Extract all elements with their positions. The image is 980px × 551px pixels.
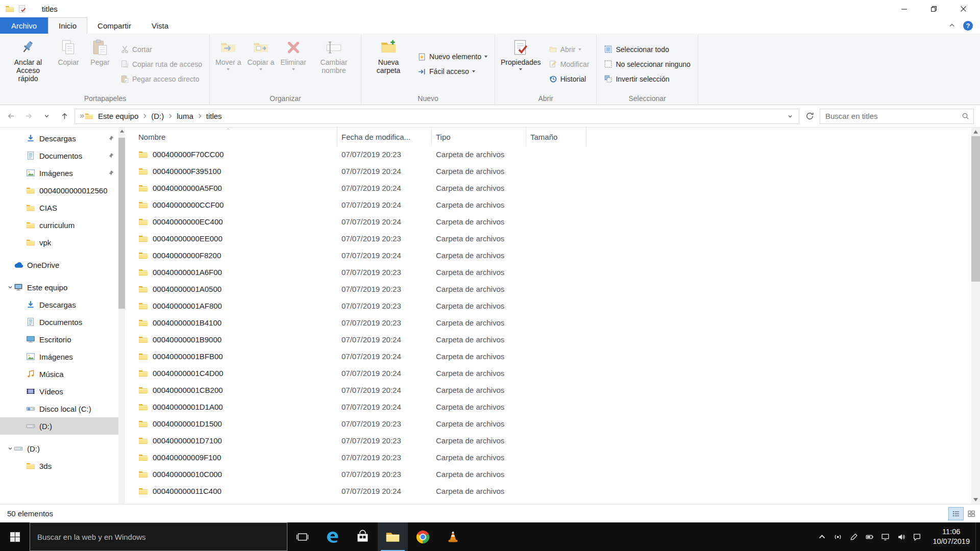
file-row[interactable]: 000400000009F10007/07/2019 20:23Carpeta … — [125, 449, 971, 466]
ribbon-button-propiedades[interactable]: Propiedades — [498, 36, 544, 92]
ribbon-button-pegar-acceso-directo[interactable]: Pegar acceso directo — [118, 73, 204, 85]
ribbon-button-nueva-carpeta[interactable]: Nueva carpeta — [364, 36, 413, 92]
minimize-button[interactable] — [891, 0, 921, 17]
file-row[interactable]: 00040000001C4D0007/07/2019 20:24Carpeta … — [125, 365, 971, 382]
main-scrollbar-thumb[interactable] — [971, 136, 980, 282]
breadcrumb-item-luma[interactable]: luma — [172, 109, 198, 123]
refresh-button[interactable] — [802, 109, 817, 124]
file-row[interactable]: 00040000001CB20007/07/2019 20:24Carpeta … — [125, 382, 971, 398]
sidebar-item-musica[interactable]: Música — [0, 365, 118, 383]
show-desktop-button[interactable] — [975, 522, 980, 551]
breadcrumb-item-d[interactable]: (D:) — [146, 109, 168, 123]
sidebar-item-cias[interactable]: CIAS — [0, 199, 118, 216]
file-row[interactable]: 00040000000A5F0007/07/2019 20:24Carpeta … — [125, 180, 971, 196]
file-row[interactable]: 00040000001BFB0007/07/2019 20:24Carpeta … — [125, 348, 971, 365]
file-row[interactable]: 000400000F70CC0007/07/2019 20:23Carpeta … — [125, 146, 971, 163]
breadcrumb-item-este-equipo[interactable]: Este equipo — [93, 109, 143, 123]
taskbar-vlc-button[interactable] — [438, 522, 468, 551]
ribbon-collapse-icon[interactable] — [949, 22, 955, 29]
ribbon-button-eliminar[interactable]: Eliminar — [277, 36, 309, 92]
taskbar-clock[interactable]: 11:06 10/07/2019 — [927, 522, 975, 551]
help-icon[interactable]: ? — [963, 21, 973, 31]
sidebar-item-videos[interactable]: Vídeos — [0, 383, 118, 400]
sidebar-item-d[interactable]: (D:) — [0, 417, 118, 435]
column-header-fecha-de-modifica[interactable]: Fecha de modifica... — [337, 128, 432, 146]
file-row[interactable]: 00040000000EC40007/07/2019 20:24Carpeta … — [125, 213, 971, 230]
ribbon-button-abrir[interactable]: Abrir — [547, 43, 592, 56]
back-button[interactable] — [3, 109, 18, 124]
sidebar-item-descargas[interactable]: Descargas — [0, 296, 118, 313]
taskbar-chrome-button[interactable] — [408, 522, 438, 551]
file-row[interactable]: 00040000001B900007/07/2019 20:24Carpeta … — [125, 331, 971, 348]
taskbar-store-button[interactable] — [348, 522, 378, 551]
file-row[interactable]: 00040000001D1A0007/07/2019 20:24Carpeta … — [125, 398, 971, 415]
ribbon-button-pegar[interactable]: Pegar — [84, 36, 116, 92]
up-button[interactable] — [57, 109, 72, 124]
sidebar-item-escritorio[interactable]: Escritorio — [0, 331, 118, 348]
sidebar-item-3ds[interactable]: 3ds — [0, 457, 118, 474]
recent-locations-button[interactable] — [39, 109, 54, 124]
column-header-tamano[interactable]: Tamaño — [526, 128, 586, 146]
ribbon-button-copiar-ruta-de-acceso[interactable]: Copiar ruta de acceso — [118, 58, 204, 70]
sidebar-item-imagenes[interactable]: Imágenes — [0, 348, 118, 365]
restore-button[interactable] — [921, 0, 950, 17]
sidebar-item-0004000000012560[interactable]: 0004000000012560 — [0, 182, 118, 199]
file-row[interactable]: 00040000001D150007/07/2019 20:23Carpeta … — [125, 415, 971, 432]
file-row[interactable]: 00040000001A6F0007/07/2019 20:23Carpeta … — [125, 264, 971, 281]
sidebar-item-descargas[interactable]: Descargas — [0, 130, 118, 147]
sidebar-item-d[interactable]: (D:) — [0, 440, 118, 457]
sidebar-scroll-up-icon[interactable] — [118, 128, 125, 135]
ribbon-button-cambiar-nombre[interactable]: Cambiar nombre — [309, 36, 358, 92]
sidebar-scrollbar-thumb[interactable] — [118, 138, 125, 309]
tab-archivo[interactable]: Archivo — [0, 17, 48, 34]
file-row[interactable]: 000400000010C00007/07/2019 20:23Carpeta … — [125, 466, 971, 483]
chevron-down-icon[interactable] — [6, 446, 14, 451]
taskbar-edge-button[interactable] — [317, 522, 348, 551]
file-row[interactable]: 00040000001D710007/07/2019 20:23Carpeta … — [125, 432, 971, 449]
taskbar-explorer-button[interactable] — [378, 522, 408, 551]
column-header-tipo[interactable]: Tipo — [432, 128, 526, 146]
address-dropdown-icon[interactable] — [783, 114, 797, 119]
sidebar-item-curriculum[interactable]: curriculum — [0, 216, 118, 234]
file-row[interactable]: 000400000F39510007/07/2019 20:24Carpeta … — [125, 163, 971, 180]
file-row[interactable]: 00040000000EE00007/07/2019 20:23Carpeta … — [125, 230, 971, 247]
sidebar-item-disco-local-c[interactable]: Disco local (C:) — [0, 400, 118, 417]
ribbon-button-historial[interactable]: Historial — [547, 73, 592, 85]
file-row[interactable]: 00040000001A050007/07/2019 20:23Carpeta … — [125, 281, 971, 297]
breadcrumb-separator-icon[interactable] — [198, 109, 202, 123]
ribbon-button-no-seleccionar-ninguno[interactable]: No seleccionar ninguno — [602, 58, 692, 70]
ribbon-button-copiar-a[interactable]: Copiar a — [244, 36, 278, 92]
ribbon-button-cortar[interactable]: Cortar — [118, 43, 204, 56]
sidebar-scrollbar[interactable] — [118, 128, 125, 504]
scroll-up-button[interactable] — [973, 128, 978, 136]
main-scrollbar[interactable] — [971, 128, 980, 504]
tray-display-button[interactable] — [877, 522, 893, 551]
file-row[interactable]: 00040000001B410007/07/2019 20:23Carpeta … — [125, 314, 971, 331]
tab-inicio[interactable]: Inicio — [48, 17, 87, 34]
ribbon-button-mover-a[interactable]: Mover a — [212, 36, 244, 92]
sidebar-item-este-equipo[interactable]: Este equipo — [0, 279, 118, 296]
tray-action-center-button[interactable] — [909, 522, 925, 551]
file-row[interactable]: 000400000011C40007/07/2019 20:24Carpeta … — [125, 483, 971, 499]
file-row[interactable]: 00040000000F820007/07/2019 20:24Carpeta … — [125, 247, 971, 264]
chevron-down-icon[interactable] — [6, 285, 14, 290]
ribbon-button-seleccionar-todo[interactable]: Seleccionar todo — [602, 43, 692, 56]
search-input[interactable]: Buscar en titles — [820, 109, 974, 124]
breadcrumb-separator-icon[interactable] — [168, 109, 172, 123]
ribbon-button-anclar-al-acceso-rapido[interactable]: Anclar al Acceso rápido — [4, 36, 53, 92]
forward-button[interactable] — [21, 109, 36, 124]
ribbon-button-copiar[interactable]: Copiar — [53, 36, 84, 92]
start-button[interactable] — [0, 522, 30, 551]
scroll-down-button[interactable] — [973, 495, 978, 504]
ribbon-button-modificar[interactable]: Modificar — [547, 58, 592, 70]
ribbon-button-facil-acceso[interactable]: Fácil acceso — [415, 65, 489, 78]
sidebar-item-documentos[interactable]: Documentos — [0, 313, 118, 331]
sidebar-item-documentos[interactable]: Documentos — [0, 147, 118, 164]
file-row[interactable]: 00040000000CCF0007/07/2019 20:24Carpeta … — [125, 196, 971, 213]
breadcrumb-separator-icon[interactable] — [143, 109, 146, 123]
ribbon-button-nuevo-elemento[interactable]: Nuevo elemento — [415, 51, 489, 63]
tab-vista[interactable]: Vista — [141, 17, 179, 34]
tray-battery-button[interactable] — [862, 522, 877, 551]
address-box[interactable]: Este equipo(D:)lumatitles — [75, 109, 799, 124]
close-button[interactable] — [950, 0, 980, 17]
